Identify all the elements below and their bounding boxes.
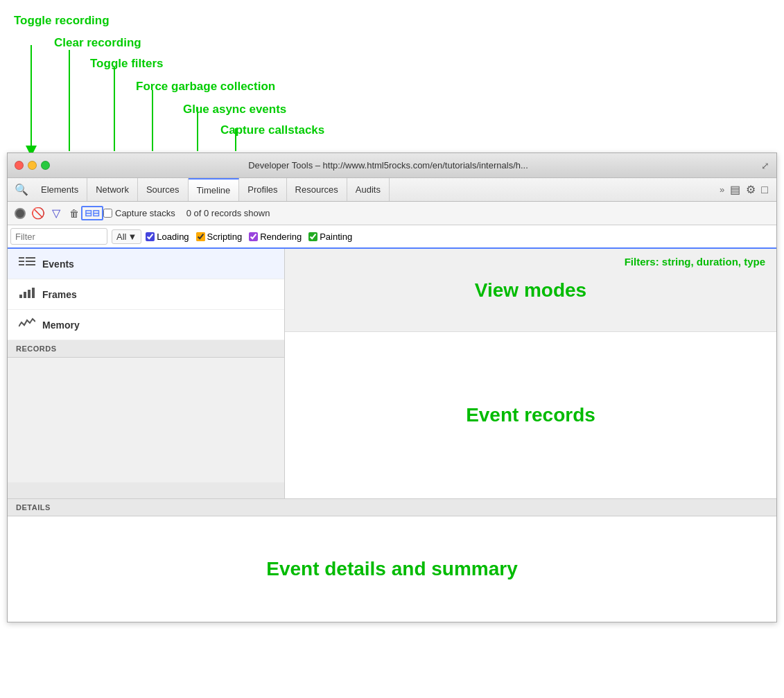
tab-audits[interactable]: Audits (347, 178, 390, 201)
sidebar-item-frames[interactable]: Frames (8, 279, 284, 310)
devtools-nav: 🔍 Elements Network Sources Timeline Prof… (8, 178, 776, 202)
nav-right-icons: » ▤ ⚙ □ (714, 178, 774, 201)
minimize-button[interactable] (28, 161, 37, 170)
record-button[interactable] (13, 207, 27, 220)
painting-label: Painting (320, 232, 352, 242)
sidebar-item-memory[interactable]: Memory (8, 310, 284, 340)
memory-icon (19, 317, 35, 333)
details-label: Event details and summary (266, 558, 518, 580)
event-records-area: Event records (285, 332, 776, 498)
tab-profiles[interactable]: Profiles (239, 178, 286, 201)
memory-label: Memory (42, 320, 80, 331)
sidebar: Events Frames (8, 249, 285, 498)
capture-stacks-checkbox[interactable] (103, 209, 112, 218)
tab-elements[interactable]: Elements (33, 178, 87, 201)
records-header: RECORDS (8, 340, 284, 358)
filter-loading[interactable]: Loading (146, 232, 189, 242)
records-body (8, 358, 284, 482)
scripting-checkbox[interactable] (196, 232, 205, 241)
filter-dropdown-icon: ▼ (128, 232, 137, 242)
tab-timeline[interactable]: Timeline (189, 178, 240, 201)
timeline-toolbar: 🚫 ▽ 🗑 ⊟⊟ Capture stacks 0 of 0 records s… (8, 202, 776, 225)
capture-stacks-toggle[interactable]: Capture stacks (103, 208, 175, 218)
loading-checkbox[interactable] (146, 232, 155, 241)
svg-rect-8 (19, 264, 24, 265)
details-section: DETAILS Event details and summary (8, 498, 776, 622)
clear-recording-button[interactable]: 🚫 (31, 207, 45, 220)
rendering-label: Rendering (260, 232, 302, 242)
scripting-label: Scripting (207, 232, 243, 242)
filter-all-label: All (116, 232, 126, 242)
title-bar: Developer Tools – http://www.html5rocks.… (8, 153, 776, 178)
loading-label: Loading (157, 232, 189, 242)
capture-callstacks-label: Capture callstacks (220, 123, 324, 137)
tree-icon: ⊟⊟ (81, 206, 103, 220)
filter-painting[interactable]: Painting (308, 232, 352, 242)
filter-checkbox-group: Loading Scripting Rendering Painting (146, 232, 352, 242)
window-title: Developer Tools – http://www.html5rocks.… (57, 160, 720, 171)
toggle-recording-label: Toggle recording (14, 14, 110, 28)
settings-icon[interactable]: ⚙ (746, 183, 756, 196)
details-header: DETAILS (8, 499, 776, 516)
svg-rect-11 (26, 264, 35, 265)
inspect-icon[interactable]: 🔍 (10, 178, 33, 201)
filter-input[interactable] (10, 228, 107, 245)
more-tabs-icon[interactable]: » (720, 184, 724, 195)
filters-hint: Filters: string, duration, type (625, 256, 765, 268)
painting-checkbox[interactable] (308, 232, 317, 241)
force-garbage-label: Force garbage collection (136, 80, 275, 94)
filter-bar: All ▼ Loading Scripting Rendering Painti… (8, 225, 776, 249)
records-section: RECORDS (8, 340, 284, 498)
close-button[interactable] (15, 161, 24, 170)
svg-rect-14 (28, 290, 31, 298)
rendering-checkbox[interactable] (249, 232, 258, 241)
svg-rect-9 (26, 257, 35, 259)
records-count: 0 of 0 records shown (186, 208, 270, 218)
svg-rect-13 (24, 292, 26, 298)
details-body: Event details and summary (8, 516, 776, 622)
view-modes-area: Filters: string, duration, type View mod… (285, 249, 776, 332)
frames-label: Frames (42, 289, 77, 300)
svg-rect-10 (26, 261, 35, 262)
clear-recording-label: Clear recording (54, 36, 141, 50)
events-icon (19, 256, 35, 272)
sidebar-item-events[interactable]: Events (8, 249, 284, 279)
filter-scripting[interactable]: Scripting (196, 232, 243, 242)
filter-all-dropdown[interactable]: All ▼ (112, 229, 141, 244)
svg-rect-12 (19, 295, 22, 298)
force-gc-button[interactable]: 🗑 (67, 207, 81, 220)
svg-rect-6 (19, 257, 24, 259)
console-icon[interactable]: ▤ (730, 183, 740, 196)
capture-stacks-label: Capture stacks (115, 208, 175, 218)
toggle-filters-button[interactable]: ▽ (49, 207, 63, 220)
tab-resources[interactable]: Resources (287, 178, 347, 201)
view-modes-label: View modes (475, 279, 586, 302)
maximize-button[interactable] (41, 161, 50, 170)
svg-rect-15 (32, 288, 35, 298)
event-records-label: Event records (466, 404, 595, 426)
glue-async-label: Glue async events (183, 103, 286, 116)
filter-rendering[interactable]: Rendering (249, 232, 302, 242)
tab-network[interactable]: Network (87, 178, 138, 201)
right-panel: Filters: string, duration, type View mod… (285, 249, 776, 498)
browser-window: Developer Tools – http://www.html5rocks.… (7, 152, 777, 622)
glue-async-button[interactable]: ⊟⊟ (85, 207, 99, 220)
traffic-lights (15, 161, 50, 170)
events-label: Events (42, 259, 74, 270)
svg-rect-7 (19, 261, 24, 262)
frames-icon (19, 286, 35, 302)
expand-icon[interactable]: ⤢ (761, 160, 769, 171)
layout-icon[interactable]: □ (761, 184, 768, 196)
tab-sources[interactable]: Sources (138, 178, 189, 201)
toggle-filters-label: Toggle filters (90, 57, 163, 71)
